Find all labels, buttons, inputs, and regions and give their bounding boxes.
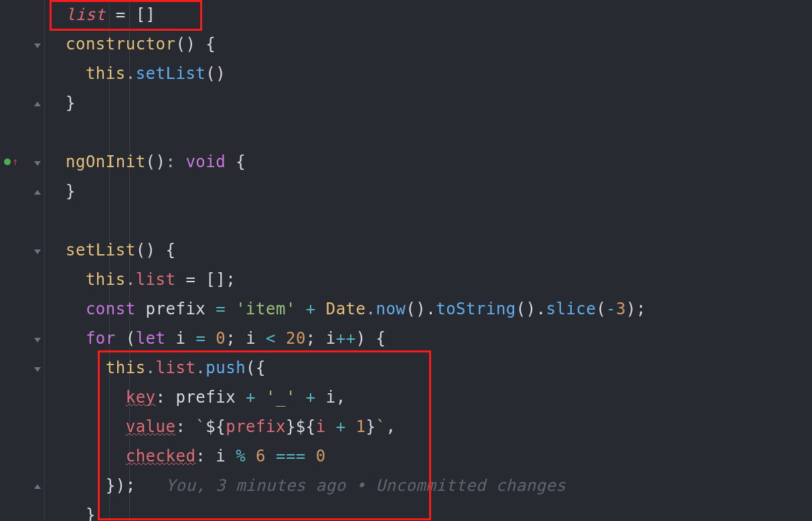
token: }${: [286, 417, 316, 436]
token: ) {: [356, 329, 386, 348]
token: slice: [546, 300, 596, 318]
token: +: [336, 417, 346, 436]
token: .: [126, 270, 136, 289]
token: });: [106, 476, 136, 495]
git-blame-annotation: You, 3 minutes ago • Uncommitted changes: [136, 476, 566, 495]
token: ().: [406, 300, 436, 318]
fold-open-icon[interactable]: [32, 362, 43, 376]
token: {: [226, 152, 246, 171]
token: 0: [216, 329, 226, 348]
code-line[interactable]: constructor() {: [46, 29, 812, 59]
token: =: [216, 300, 226, 318]
token: void: [185, 152, 226, 171]
vcs-change-marker-icon[interactable]: ↑: [4, 155, 19, 169]
token: this: [106, 358, 146, 377]
token: ===: [276, 447, 306, 465]
code-line[interactable]: this.list = [];: [46, 265, 812, 294]
token: = []: [106, 5, 156, 24]
code-line[interactable]: checked: i % 6 === 0: [46, 441, 812, 471]
code-line[interactable]: this.list.push({: [46, 353, 812, 383]
token: prefix: [136, 300, 216, 318]
code-line[interactable]: }: [46, 88, 812, 118]
code-line[interactable]: [46, 206, 812, 235]
token: value: [126, 417, 176, 436]
token: constructor: [66, 35, 175, 54]
token: const: [86, 300, 136, 318]
code-line[interactable]: }: [46, 177, 812, 206]
token: }: [66, 94, 76, 112]
code-line[interactable]: list = []: [46, 0, 812, 29]
token: }: [66, 182, 76, 201]
code-line[interactable]: value: `${prefix}${i + 1}`,: [46, 412, 812, 441]
token: =: [195, 329, 206, 348]
code-line[interactable]: for (let i = 0; i < 20; i++) {: [46, 324, 812, 353]
token: +: [306, 300, 316, 318]
token: () {: [175, 35, 216, 54]
code-line[interactable]: }); You, 3 minutes ago • Uncommitted cha…: [46, 471, 812, 500]
token: 0: [316, 447, 326, 465]
token: 20: [286, 329, 306, 348]
token: i: [316, 417, 326, 436]
token: key: [126, 388, 156, 407]
token: [246, 447, 256, 465]
token: = [];: [175, 270, 236, 289]
token: checked: [126, 447, 196, 465]
token: list: [156, 358, 196, 377]
token: [296, 388, 306, 407]
token: .: [366, 300, 376, 318]
fold-open-icon[interactable]: [32, 333, 43, 346]
code-line[interactable]: setList() {: [46, 235, 812, 265]
code-line[interactable]: key: prefix + '_' + i,: [46, 383, 812, 412]
fold-close-icon[interactable]: [32, 480, 43, 494]
token: [206, 329, 216, 348]
token: [296, 300, 306, 318]
gutter: ↑: [0, 0, 46, 521]
fold-open-icon[interactable]: [32, 39, 43, 52]
token: [326, 417, 336, 436]
token: [316, 300, 326, 318]
token: toString: [436, 300, 516, 318]
code-line[interactable]: }: [46, 500, 812, 521]
token: );: [626, 300, 646, 318]
token: '_': [266, 388, 296, 407]
token: (: [116, 329, 136, 348]
code-line[interactable]: const prefix = 'item' + Date.now().toStr…: [46, 294, 812, 324]
token: this: [86, 270, 126, 289]
token: .: [126, 64, 136, 83]
token: this: [86, 64, 126, 83]
fold-open-icon[interactable]: [32, 245, 43, 258]
token: let: [136, 329, 166, 348]
token: -: [606, 300, 616, 318]
token: <: [266, 329, 276, 348]
token: (): [206, 64, 226, 83]
code-line[interactable]: this.setList(): [46, 59, 812, 88]
token: ; i: [306, 329, 336, 348]
token: i: [166, 329, 196, 348]
code-editor[interactable]: ↑ list = []constructor() { this.setList(…: [0, 0, 812, 521]
code-area[interactable]: list = []constructor() { this.setList()}…: [46, 0, 812, 521]
code-line[interactable]: ngOnInit(): void {: [46, 147, 812, 177]
token: `: [376, 417, 386, 436]
code-line[interactable]: [46, 118, 812, 147]
token: : i: [195, 447, 236, 465]
token: ; i: [226, 329, 266, 348]
token: ${: [206, 417, 226, 436]
token: 'item': [236, 300, 296, 318]
fold-close-icon[interactable]: [32, 186, 43, 199]
token: now: [376, 300, 406, 318]
token: setList: [66, 241, 136, 259]
token: :: [166, 152, 186, 171]
token: prefix: [226, 417, 286, 436]
fold-open-icon[interactable]: [32, 157, 43, 170]
token: .: [195, 358, 206, 377]
token: }: [366, 417, 376, 436]
token: [266, 447, 276, 465]
fold-close-icon[interactable]: [32, 98, 43, 111]
token: ({: [246, 358, 266, 377]
token: [306, 447, 316, 465]
token: i,: [316, 388, 346, 407]
token: list: [66, 5, 106, 24]
token: list: [136, 270, 176, 289]
token: +: [246, 388, 256, 407]
token: [226, 300, 236, 318]
